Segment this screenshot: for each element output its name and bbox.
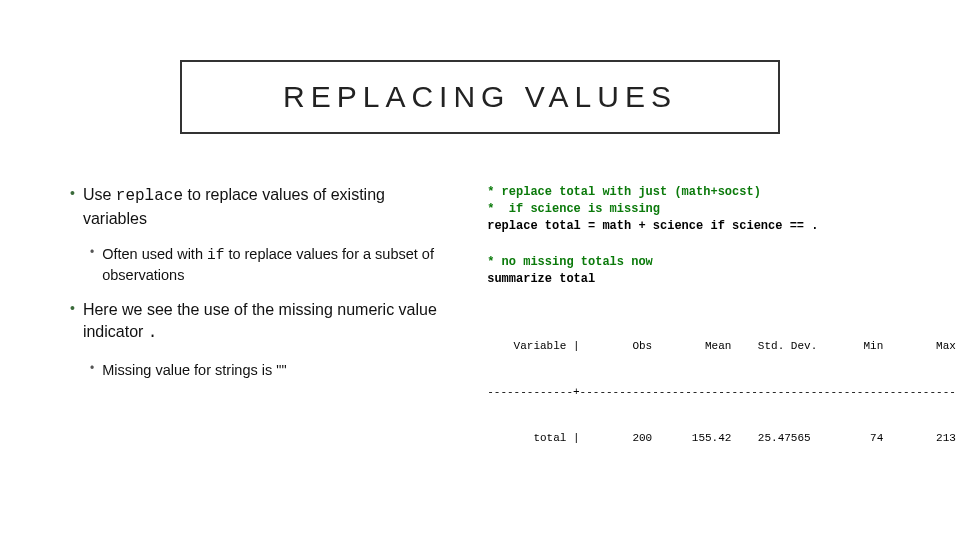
- slide: REPLACING VALUES • Use replace to replac…: [0, 0, 960, 540]
- code-block-1: * replace total with just (math+socst) *…: [487, 184, 956, 234]
- text-part: Often used with: [102, 246, 207, 262]
- bullet-text: Often used with if to replace values for…: [102, 245, 447, 285]
- code-inline: .: [148, 324, 158, 342]
- bullet-icon: •: [90, 245, 94, 285]
- page-title: REPLACING VALUES: [222, 80, 738, 114]
- code-line: summarize total: [487, 271, 956, 288]
- table-separator: -------------+--------------------------…: [487, 385, 956, 400]
- code-comment: * no missing totals now: [487, 254, 956, 271]
- bullet-1-sub: • Often used with if to replace values f…: [90, 245, 447, 285]
- right-column: * replace total with just (math+socst) *…: [487, 184, 956, 477]
- table-header: Variable | Obs Mean Std. Dev. Min Max: [487, 339, 956, 354]
- code-inline: if: [207, 247, 224, 263]
- bullet-text: Use replace to replace values of existin…: [83, 184, 447, 229]
- output-table: Variable | Obs Mean Std. Dev. Min Max --…: [487, 308, 956, 477]
- text-part: Use: [83, 186, 116, 203]
- bullet-icon: •: [70, 184, 75, 229]
- bullet-icon: •: [70, 299, 75, 344]
- table-row: total | 200 155.42 25.47565 74 213: [487, 431, 956, 446]
- bullet-text: Here we see the use of the missing numer…: [83, 299, 447, 344]
- bullet-1: • Use replace to replace values of exist…: [70, 184, 447, 229]
- title-box: REPLACING VALUES: [180, 60, 780, 134]
- code-line: replace total = math + science if scienc…: [487, 218, 956, 235]
- content-columns: • Use replace to replace values of exist…: [70, 184, 890, 477]
- bullet-text: Missing value for strings is "": [102, 361, 286, 381]
- code-block-2: * no missing totals now summarize total: [487, 254, 956, 288]
- code-comment: * replace total with just (math+socst): [487, 184, 956, 201]
- left-column: • Use replace to replace values of exist…: [70, 184, 447, 477]
- bullet-2: • Here we see the use of the missing num…: [70, 299, 447, 344]
- code-inline: replace: [116, 187, 183, 205]
- bullet-2-sub: • Missing value for strings is "": [90, 361, 447, 381]
- bullet-icon: •: [90, 361, 94, 381]
- code-comment: * if science is missing: [487, 201, 956, 218]
- text-part: Here we see the use of the missing numer…: [83, 301, 437, 340]
